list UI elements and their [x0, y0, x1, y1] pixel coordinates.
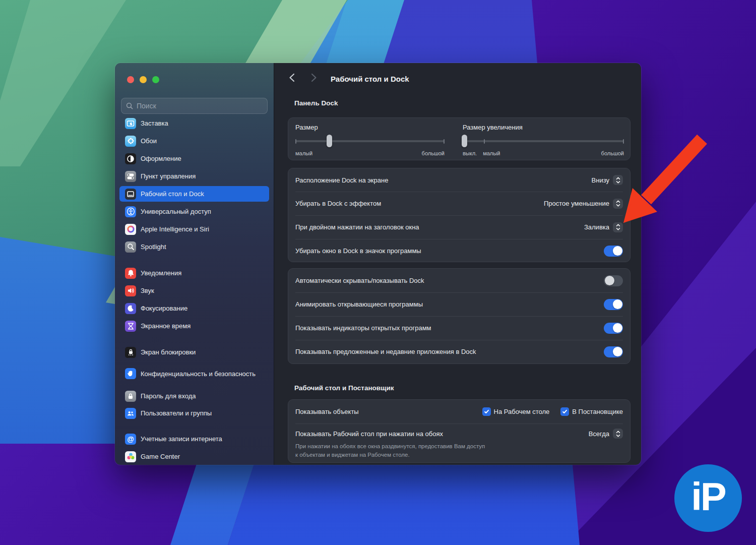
- magnification-min-label: малый: [483, 150, 500, 156]
- magnification-slider-label: Размер увеличения: [463, 124, 523, 131]
- iphones-ru-logo: iP: [674, 464, 742, 532]
- size-slider[interactable]: [295, 140, 445, 142]
- animate-apps-row: Анимировать открывающиеся программы: [288, 292, 630, 316]
- appearance-icon: [125, 153, 136, 164]
- size-slider-label: Размер: [295, 124, 318, 131]
- magnification-slider[interactable]: [463, 140, 624, 142]
- sidebar-item-focus[interactable]: Фокусирование: [119, 300, 269, 316]
- double-click-title-row: При двойном нажатии на заголовок окна За…: [288, 215, 630, 239]
- control-center-icon: [125, 171, 136, 182]
- close-window-button[interactable]: [127, 76, 134, 83]
- settings-content: Рабочий стол и Dock Панель Dock Размер м…: [274, 63, 641, 465]
- spotlight-icon: [125, 241, 136, 253]
- sidebar-item-screen-time[interactable]: Экранное время: [119, 318, 269, 334]
- size-max-label: большой: [422, 150, 445, 156]
- page-title: Рабочий стол и Dock: [331, 75, 409, 83]
- wallpaper-icon: [125, 136, 136, 147]
- sidebar-item-lock-screen[interactable]: Экран блокировки: [119, 344, 269, 360]
- magnification-off-label: выкл.: [463, 150, 477, 156]
- logo-text: iP: [691, 474, 725, 520]
- forward-button[interactable]: [310, 73, 318, 82]
- window-controls: [127, 76, 159, 83]
- click-wallpaper-dropdown[interactable]: Всегда: [589, 429, 623, 439]
- double-click-title-dropdown[interactable]: Заливка: [584, 222, 623, 232]
- autohide-dock-row: Автоматически скрывать/показывать Dock: [288, 269, 630, 292]
- sidebar-item-spotlight[interactable]: Spotlight: [119, 239, 269, 255]
- show-indicators-row: Показывать индикаторы открытых программ: [288, 316, 630, 340]
- game-center-icon: [125, 451, 136, 462]
- click-wallpaper-row: Показывать Рабочий стол при нажатии на о…: [288, 423, 630, 463]
- sidebar: Поиск Заставка Обои Оформление Пункт упр…: [115, 63, 274, 465]
- minimize-to-app-icon-row: Убирать окно в Dock в значок программы: [288, 239, 630, 263]
- dock-position-row: Расположение Dock на экране Внизу: [288, 168, 630, 192]
- minimize-window-button[interactable]: [140, 76, 147, 83]
- chevron-up-down-icon: [613, 199, 623, 209]
- sidebar-item-sound[interactable]: Звук: [119, 283, 269, 298]
- dock-position-dropdown[interactable]: Внизу: [592, 175, 623, 185]
- sidebar-item-desktop-dock[interactable]: Рабочий стол и Dock: [119, 186, 269, 202]
- sidebar-item-apple-intelligence[interactable]: Apple Intelligence и Siri: [119, 221, 269, 237]
- sidebar-item-notifications[interactable]: Уведомления: [119, 265, 269, 281]
- animate-apps-toggle[interactable]: [604, 299, 623, 310]
- desktop-dock-icon: [125, 189, 136, 200]
- chevron-up-down-icon: [613, 429, 623, 439]
- sidebar-item-login-password[interactable]: Пароль для входа: [119, 388, 269, 404]
- zoom-window-button[interactable]: [152, 76, 159, 83]
- desktop-stage-group: Показывать объекты На Рабочем столе В По…: [288, 399, 631, 463]
- size-slider-thumb[interactable]: [327, 135, 332, 147]
- sidebar-item-appearance[interactable]: Оформление: [119, 151, 269, 166]
- desktop: Поиск Заставка Обои Оформление Пункт упр…: [0, 0, 756, 545]
- click-wallpaper-description: При нажатии на обоях все окна раздвинутс…: [295, 442, 485, 459]
- accessibility-icon: [125, 206, 136, 217]
- minimize-effect-dropdown[interactable]: Простое уменьшение: [544, 199, 623, 209]
- internet-accounts-icon: @: [125, 434, 136, 445]
- autohide-dock-toggle[interactable]: [604, 275, 623, 286]
- notifications-icon: [125, 268, 136, 279]
- show-indicators-toggle[interactable]: [604, 323, 623, 334]
- search-placeholder: Поиск: [137, 102, 156, 110]
- lock-screen-icon: [125, 347, 136, 358]
- search-icon: [126, 102, 133, 109]
- sidebar-item-control-center[interactable]: Пункт управления: [119, 168, 269, 184]
- search-input[interactable]: Поиск: [121, 98, 268, 114]
- sidebar-item-users-groups[interactable]: Пользователи и группы: [119, 405, 269, 421]
- sound-icon: [125, 285, 136, 296]
- sidebar-item-screensaver[interactable]: Заставка: [119, 115, 269, 131]
- show-items-row: Показывать объекты На Рабочем столе В По…: [288, 400, 630, 423]
- section-title-panel-dock: Панель Dock: [294, 99, 338, 107]
- back-button[interactable]: [288, 73, 295, 82]
- checkmark-icon: [560, 407, 569, 416]
- section-title-desktop-stage: Рабочий стол и Постановщик: [294, 384, 394, 392]
- minimize-to-app-icon-toggle[interactable]: [604, 246, 623, 257]
- privacy-icon: [125, 368, 136, 379]
- show-in-stage-manager-checkbox[interactable]: В Постановщике: [560, 407, 623, 416]
- login-password-icon: [125, 391, 136, 402]
- dock-toggles-group: Автоматически скрывать/показывать Dock А…: [288, 268, 631, 364]
- sidebar-item-privacy-security[interactable]: Конфиденциальность и безопасность: [119, 362, 269, 385]
- sidebar-item-internet-accounts[interactable]: @ Учетные записи интернета: [119, 431, 269, 447]
- sidebar-item-wallpaper[interactable]: Обои: [119, 133, 269, 149]
- magnification-slider-thumb[interactable]: [462, 135, 467, 147]
- show-recent-apps-toggle[interactable]: [604, 346, 623, 357]
- magnification-max-label: большой: [601, 150, 624, 156]
- dock-sliders-group: Размер малый большой Размер увеличения в…: [288, 117, 631, 160]
- size-min-label: малый: [295, 150, 312, 156]
- show-on-desktop-checkbox[interactable]: На Рабочем столе: [482, 407, 550, 416]
- focus-icon: [125, 303, 136, 314]
- sidebar-item-game-center[interactable]: Game Center: [119, 449, 269, 464]
- apple-intelligence-icon: [125, 224, 136, 235]
- chevron-up-down-icon: [613, 222, 623, 232]
- show-recent-apps-row: Показывать предложенные и недавние прило…: [288, 340, 630, 364]
- dock-options-group: Расположение Dock на экране Внизу Убират…: [288, 168, 631, 262]
- sidebar-item-accessibility[interactable]: Универсальный доступ: [119, 204, 269, 219]
- users-groups-icon: [125, 408, 136, 419]
- chevron-up-down-icon: [613, 175, 623, 185]
- screensaver-icon: [125, 118, 136, 129]
- checkmark-icon: [482, 407, 491, 416]
- screen-time-icon: [125, 321, 136, 332]
- minimize-effect-row: Убирать в Dock с эффектом Простое уменьш…: [288, 192, 630, 215]
- system-settings-window: Поиск Заставка Обои Оформление Пункт упр…: [115, 63, 641, 465]
